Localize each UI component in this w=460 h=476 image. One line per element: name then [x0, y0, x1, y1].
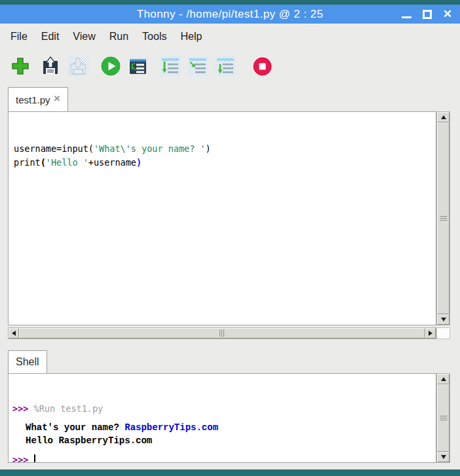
shell-line: >>> [12, 453, 432, 463]
menu-item-tools[interactable]: Tools [141, 29, 168, 45]
code-line: username=input('What\'s your name? ') [14, 142, 431, 156]
toolbar [10, 56, 273, 77]
thumb-grip [220, 330, 225, 337]
menu-item-run[interactable]: Run [108, 29, 130, 45]
left-arrow-icon [12, 331, 16, 336]
scroll-up-button[interactable] [437, 374, 450, 384]
load-file-button[interactable] [40, 56, 61, 77]
token-prompt: >>> [12, 454, 34, 463]
save-file-button[interactable] [67, 56, 88, 77]
editor-vscroll-thumb[interactable] [437, 122, 450, 314]
editor-hscroll-thumb[interactable] [19, 328, 425, 339]
token-string: 'Hello ' [46, 157, 88, 168]
tab-test1-py[interactable]: test1.py ✕ [8, 87, 68, 111]
tab-label: test1.py [16, 94, 50, 105]
token-paren-bold: ( [41, 157, 46, 168]
editor-horizontal-scrollbar[interactable] [8, 327, 436, 339]
load-file-icon [41, 56, 60, 76]
up-arrow-icon [441, 377, 446, 381]
tab-close-icon[interactable]: ✕ [54, 94, 61, 103]
stop-icon [252, 56, 273, 77]
shell-panel[interactable]: >>> %Run test1.pyWhat's your name? Raspb… [8, 373, 436, 463]
shell-line: What's your name? RaspberryTips.com [12, 421, 432, 434]
token-magic: %Run test1.py [34, 403, 104, 414]
blank-line [12, 415, 432, 421]
step-out-icon [216, 56, 235, 76]
token-io: What's your name? [26, 422, 125, 433]
minimize-icon[interactable] [402, 16, 412, 18]
run-script-icon [100, 56, 121, 77]
token-plain: ) [206, 143, 211, 154]
menu-item-file[interactable]: File [9, 29, 29, 45]
shell-output: >>> %Run test1.pyWhat's your name? Raspb… [12, 402, 432, 463]
step-over-button[interactable] [160, 56, 181, 77]
token-stdin: RaspberryTips.com [125, 422, 218, 433]
scroll-up-button[interactable] [437, 112, 450, 122]
menu-item-edit[interactable]: Edit [40, 29, 61, 45]
scroll-down-button[interactable] [437, 314, 450, 325]
menubar: FileEditViewRunToolsHelp [9, 29, 214, 45]
right-arrow-icon [429, 331, 432, 336]
menu-item-view[interactable]: View [71, 29, 96, 45]
save-file-icon [68, 56, 88, 76]
down-arrow-icon [441, 318, 446, 321]
step-out-button[interactable] [215, 56, 236, 77]
run-script-button[interactable] [100, 56, 121, 77]
code-editor[interactable]: username=input('What\'s your name? ')pri… [8, 111, 436, 325]
shell-line: >>> %Run test1.py [12, 402, 432, 415]
debug-script-button[interactable] [127, 56, 148, 77]
window-title: Thonny - /home/pi/test1.py @ 2 : 25 [0, 5, 460, 24]
down-arrow-icon [441, 455, 446, 459]
shell-vertical-scrollbar[interactable] [436, 373, 450, 463]
text-cursor [34, 454, 35, 463]
menu-item-help[interactable]: Help [179, 29, 203, 45]
shell-tab-label: Shell [16, 356, 39, 368]
step-into-icon [188, 56, 208, 76]
editor-vertical-scrollbar[interactable] [436, 111, 450, 325]
shell-vscroll-thumb[interactable] [437, 384, 450, 452]
titlebar[interactable]: Thonny - /home/pi/test1.py @ 2 : 25 ✕ [0, 5, 460, 24]
up-arrow-icon [441, 115, 446, 119]
token-plain: +username [88, 157, 136, 168]
shell-line: Hello RaspberryTips.com [12, 434, 432, 447]
tab-shell[interactable]: Shell [8, 350, 47, 373]
editor-code: username=input('What\'s your name? ')pri… [14, 142, 431, 170]
token-io: Hello RaspberryTips.com [26, 435, 152, 446]
blank-line [12, 447, 432, 453]
scroll-right-button[interactable] [425, 328, 436, 339]
token-plain: username=input( [14, 143, 94, 154]
thumb-grip [440, 216, 447, 221]
stop-button[interactable] [252, 56, 273, 77]
token-string: 'What\'s your name? ' [94, 143, 206, 154]
desktop-frame-top [0, 0, 460, 5]
close-icon[interactable]: ✕ [443, 5, 452, 24]
new-file-button[interactable] [10, 56, 31, 77]
code-line: print('Hello '+username) [14, 156, 431, 170]
token-paren-blue: ) [136, 157, 142, 168]
maximize-icon[interactable] [423, 10, 432, 19]
thonny-window: Thonny - /home/pi/test1.py @ 2 : 25 ✕ Fi… [0, 0, 460, 476]
window-controls: ✕ [402, 5, 452, 24]
step-into-button[interactable] [187, 56, 208, 77]
scrollbar-corner [436, 327, 450, 339]
new-file-icon [10, 56, 30, 76]
scroll-down-button[interactable] [437, 452, 450, 462]
token-prompt: >>> [12, 403, 34, 414]
token-plain: print [14, 157, 41, 168]
debug-script-icon [128, 56, 148, 77]
scroll-left-button[interactable] [9, 328, 19, 339]
thumb-grip [440, 416, 447, 421]
step-over-icon [161, 56, 180, 76]
desktop-frame-bottom [0, 469, 460, 476]
